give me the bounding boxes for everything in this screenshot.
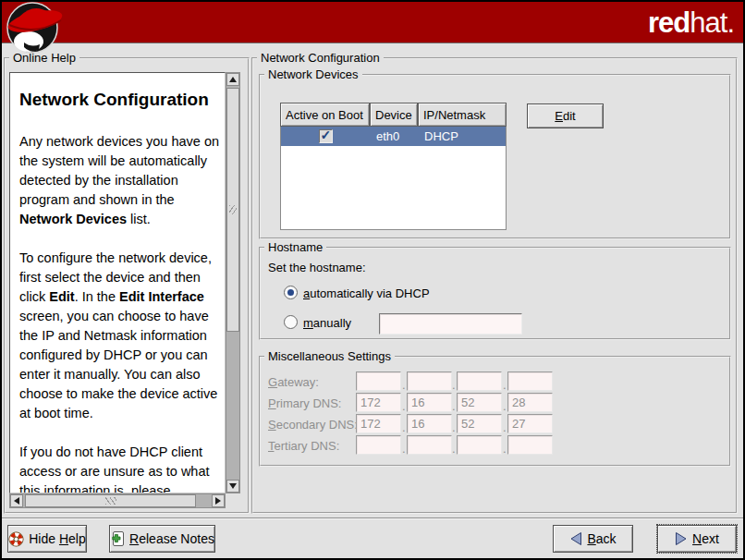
active-on-boot-checkbox[interactable] — [319, 129, 333, 143]
arrow-up-icon — [229, 77, 237, 82]
tertiary-dns-octet-4 — [507, 435, 553, 455]
release-notes-icon — [110, 530, 125, 547]
redhat-wordmark: redhat. — [648, 4, 734, 43]
hostname-manual-input[interactable] — [379, 313, 522, 335]
column-header-active-on-boot[interactable]: Active on Boot — [280, 103, 370, 127]
release-notes-button[interactable]: Release Notes — [109, 525, 215, 553]
primary-dns-octet-4 — [507, 393, 553, 412]
edit-button[interactable]: Edit — [527, 103, 604, 128]
network-configuration-panel: Network Configuration Network Devices Ac… — [251, 57, 738, 514]
hostname-manual-radio-label[interactable]: manually — [303, 316, 351, 330]
miscellaneous-settings-frame-label: Miscellaneous Settings — [264, 349, 395, 363]
primary-dns-octet-1 — [356, 393, 401, 412]
primary-dns-octet-2 — [407, 393, 452, 412]
primary-dns-octet-3 — [457, 393, 502, 412]
scrollbar-corner — [226, 493, 240, 508]
scroll-down-button[interactable] — [226, 480, 239, 493]
gateway-row: Gateway: . . . — [261, 371, 729, 393]
secondary-dns-octet-4 — [507, 414, 553, 433]
scroll-right-button[interactable] — [212, 494, 225, 507]
hostname-auto-radio[interactable] — [284, 286, 298, 299]
column-header-ip-netmask[interactable]: IP/Netmask — [418, 103, 507, 127]
back-label: Back — [587, 531, 616, 546]
octet-separator: . — [402, 399, 406, 413]
scroll-up-button[interactable] — [226, 73, 239, 86]
gateway-label: Gateway: — [268, 375, 319, 389]
secondary-dns-label: Secondary DNS: — [268, 418, 358, 432]
help-paragraph: To configure the network device, first s… — [19, 249, 219, 423]
device-name-cell: eth0 — [370, 129, 418, 143]
octet-separator: . — [402, 420, 406, 434]
hostname-frame-label: Hostname — [264, 240, 326, 254]
octet-separator: . — [452, 442, 456, 456]
tertiary-dns-octet-3 — [457, 435, 502, 455]
help-text-area: Network Configuration Any network device… — [9, 72, 226, 493]
octet-separator: . — [503, 420, 507, 434]
hostname-group: Hostname Set the hostname: automatically… — [259, 247, 731, 340]
online-help-panel: Online Help Network Configuration Any ne… — [4, 57, 250, 514]
installer-window: { "banner": { "brand_bold": "red", "bran… — [0, 0, 745, 560]
octet-separator: . — [503, 378, 507, 392]
ip-netmask-cell: DHCP — [418, 129, 458, 143]
column-header-device[interactable]: Device — [370, 103, 418, 127]
miscellaneous-settings-group: Miscellaneous Settings Gateway: . . . Pr… — [259, 356, 731, 467]
redhat-shadowman-logo — [4, 2, 72, 56]
help-horizontal-scrollbar[interactable] — [9, 493, 226, 508]
secondary-dns-octet-2 — [407, 414, 452, 433]
arrow-down-icon — [229, 483, 237, 489]
vertical-scrollbar-thumb[interactable] — [226, 88, 239, 332]
next-arrow-icon — [675, 531, 688, 546]
network-configuration-frame-label: Network Configuration — [257, 51, 384, 65]
tertiary-dns-octet-2 — [407, 435, 452, 455]
set-hostname-label: Set the hostname: — [268, 261, 366, 274]
horizontal-scrollbar-thumb[interactable] — [25, 494, 196, 507]
help-paragraph: Any network devices you have on the syst… — [19, 132, 219, 229]
edit-button-label: Edit — [555, 109, 575, 123]
secondary-dns-row: Secondary DNS: . . . — [261, 414, 729, 435]
help-title: Network Configuration — [19, 90, 219, 110]
octet-separator: . — [503, 442, 507, 456]
back-arrow-icon — [569, 531, 582, 546]
hostname-manual-radio[interactable] — [284, 315, 298, 329]
octet-separator: . — [452, 378, 456, 392]
secondary-dns-octet-3 — [457, 414, 502, 433]
top-banner: redhat. — [2, 2, 743, 43]
brand-rest: hat. — [690, 6, 734, 39]
scroll-left-button[interactable] — [10, 494, 23, 507]
gateway-octet-4 — [507, 371, 553, 391]
release-notes-label: Release Notes — [129, 531, 214, 546]
hostname-auto-radio-label[interactable]: automatically via DHCP — [303, 286, 430, 300]
octet-separator: . — [452, 399, 456, 413]
life-preserver-icon — [8, 531, 24, 547]
table-body[interactable]: eth0 DHCP — [280, 127, 507, 230]
arrow-left-icon — [14, 497, 19, 505]
octet-separator: . — [452, 420, 456, 434]
primary-dns-label: Primary DNS: — [268, 396, 341, 410]
secondary-dns-octet-1 — [356, 414, 401, 433]
gateway-octet-2 — [407, 371, 452, 391]
octet-separator: . — [402, 378, 406, 392]
next-label: Next — [692, 531, 719, 546]
help-paragraph: If you do not have DHCP client access or… — [19, 443, 219, 493]
help-vertical-scrollbar[interactable] — [226, 72, 240, 493]
primary-dns-row: Primary DNS: . . . — [261, 393, 729, 414]
network-devices-table[interactable]: Active on Boot Device IP/Netmask eth0 DH… — [280, 103, 507, 230]
back-button[interactable]: Back — [553, 525, 633, 553]
footer-separator — [2, 517, 743, 519]
hide-help-label: Hide Help — [29, 531, 86, 546]
tertiary-dns-label: Tertiary DNS: — [268, 439, 339, 453]
octet-separator: . — [503, 399, 507, 413]
table-header-row: Active on Boot Device IP/Netmask — [280, 103, 507, 127]
arrow-right-icon — [215, 497, 221, 505]
hide-help-button[interactable]: Hide Help — [7, 525, 87, 553]
device-row-eth0[interactable]: eth0 DHCP — [281, 127, 506, 146]
gateway-octet-3 — [457, 371, 502, 391]
tertiary-dns-row: Tertiary DNS: . . . — [261, 435, 729, 457]
brand-bold: red — [648, 6, 690, 39]
octet-separator: . — [402, 442, 406, 456]
network-devices-frame-label: Network Devices — [264, 67, 362, 81]
network-devices-group: Network Devices Active on Boot Device IP… — [259, 74, 731, 239]
next-button[interactable]: Next — [657, 525, 737, 553]
gateway-octet-1 — [356, 371, 401, 391]
tertiary-dns-octet-1 — [356, 435, 401, 455]
